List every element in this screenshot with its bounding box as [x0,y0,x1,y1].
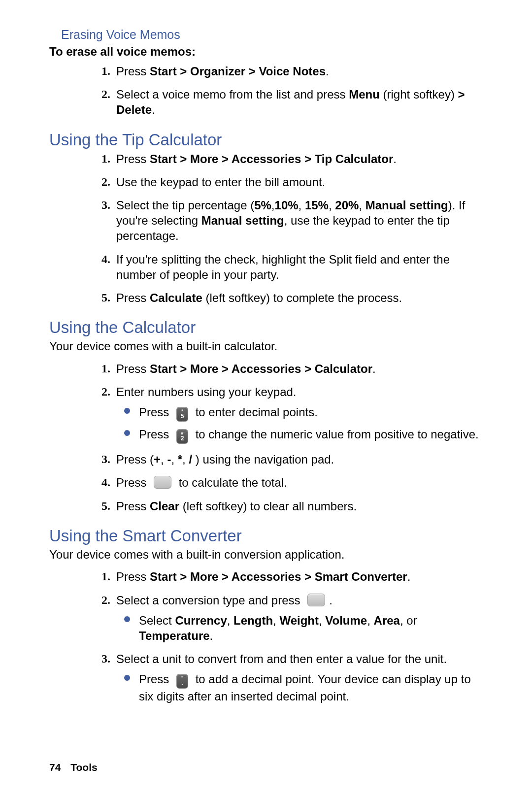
heading-erasing-voice-memos: Erasing Voice Memos [61,28,481,42]
step-text: Press to calculate the total. [116,476,287,489]
list-item: 1. Press Start > More > Accessories > Ti… [49,151,481,166]
document-page: Erasing Voice Memos To erase all voice m… [0,0,532,798]
sublist: Select Currency, Length, Weight, Volume,… [116,613,481,643]
step-text: Use the keypad to enter the bill amount. [116,175,325,189]
step-text: Press Clear (left softkey) to clear all … [116,499,357,513]
step-number: 2. [91,593,110,608]
list-item: 1. Press Start > More > Accessories > Ca… [49,361,481,376]
step-number: 3. [91,651,110,666]
list-item: 2. Enter numbers using your keypad. Pres… [49,384,481,444]
step-number: 3. [91,452,110,467]
list-item: 4. Press to calculate the total. [49,475,481,490]
list-item: 4. If you're splitting the check, highli… [49,252,481,282]
list-item: 3. Select the tip percentage (5%,10%, 15… [49,198,481,244]
list-item: Press #2 to change the numeric value fro… [116,427,481,444]
step-number: 1. [91,151,110,166]
steps-smart-converter: 1. Press Start > More > Accessories > Sm… [49,569,481,704]
intro-calculator: Your device comes with a built-in calcul… [49,339,481,354]
key-hash-2-icon: #2 [176,429,188,444]
key-nav-icon [154,476,171,489]
step-number: 4. [91,475,110,490]
heading-tip-calculator: Using the Tip Calculator [49,131,481,149]
list-item: 3. Select a unit to convert from and the… [49,651,481,704]
key-nav-icon [307,594,325,606]
list-item: Press ". to add a decimal point. Your de… [116,671,481,704]
page-footer: 74 Tools [49,762,98,773]
list-item: 2. Select a voice memo from the list and… [49,87,481,117]
steps-tip: 1. Press Start > More > Accessories > Ti… [49,151,481,306]
list-item: 2. Use the keypad to enter the bill amou… [49,174,481,190]
step-number: 3. [91,198,110,213]
step-text: Select the tip percentage (5%,10%, 15%, … [116,199,465,242]
page-number: 74 [49,762,61,773]
list-item: 1. Press Start > More > Accessories > Sm… [49,569,481,584]
heading-smart-converter: Using the Smart Converter [49,527,481,545]
list-item: Select Currency, Length, Weight, Volume,… [116,613,481,643]
sublist: Press *5 to enter decimal points. Press … [116,404,481,444]
key-star-5-icon: *5 [176,407,188,422]
step-number: 4. [91,252,110,267]
list-item: 1. Press Start > Organizer > Voice Notes… [49,64,481,79]
footer-section-name: Tools [70,762,97,773]
steps-erase: 1. Press Start > Organizer > Voice Notes… [49,64,481,118]
sublist: Press ". to add a decimal point. Your de… [116,671,481,704]
step-text: Press Calculate (left softkey) to comple… [116,291,402,304]
step-text: Press (+, -, *, / ) using the navigation… [116,453,334,466]
step-number: 1. [91,569,110,584]
step-text: Select a unit to convert from and then e… [116,652,447,665]
key-dot-icon: ". [176,674,188,689]
heading-calculator: Using the Calculator [49,318,481,337]
lead-erase-all: To erase all voice memos: [49,45,481,59]
list-item: Press *5 to enter decimal points. [116,404,481,422]
step-number: 2. [91,384,110,399]
intro-smart-converter: Your device comes with a built-in conver… [49,547,481,563]
step-text: Enter numbers using your keypad. [116,385,297,399]
step-number: 2. [91,87,110,102]
step-text: If you're splitting the check, highlight… [116,253,450,281]
steps-calculator: 1. Press Start > More > Accessories > Ca… [49,361,481,514]
list-item: 5. Press Calculate (left softkey) to com… [49,290,481,305]
step-text: Press Start > More > Accessories > Calcu… [116,362,376,375]
step-number: 1. [91,64,110,79]
step-number: 2. [91,174,110,190]
step-number: 5. [91,499,110,514]
list-item: 5. Press Clear (left softkey) to clear a… [49,499,481,514]
step-text: Press Start > More > Accessories > Smart… [116,570,410,583]
list-item: 3. Press (+, -, *, / ) using the navigat… [49,452,481,467]
step-number: 5. [91,290,110,305]
step-text: Press Start > More > Accessories > Tip C… [116,152,397,166]
step-text: Select a voice memo from the list and pr… [116,88,465,116]
step-text: Select a conversion type and press . [116,594,332,607]
step-number: 1. [91,361,110,376]
step-text: Press Start > Organizer > Voice Notes. [116,65,329,78]
list-item: 2. Select a conversion type and press . … [49,593,481,644]
